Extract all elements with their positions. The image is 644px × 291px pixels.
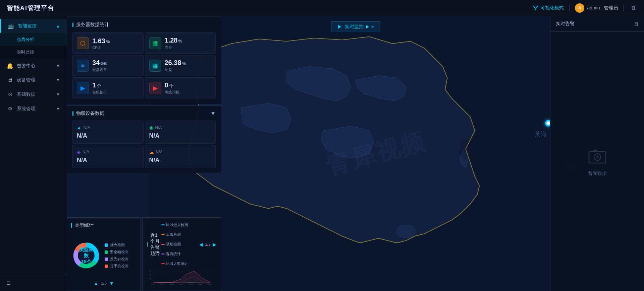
svg-rect-37 (593, 150, 597, 151)
svg-text:2023-11-26: 2023-11-26 (189, 284, 193, 285)
trend-nav-prev[interactable]: ◀ (199, 242, 203, 247)
stat-card-disk: ▦ 26.38% 硬盘 (145, 55, 216, 76)
memory-value: 1.28% (165, 36, 182, 44)
vis-mode[interactable]: 可视化模式 (533, 5, 564, 11)
topbar-divider2 (624, 5, 624, 11)
sidebar-item-smart-monitor[interactable]: 📺 智能监控 ▲ (0, 19, 67, 33)
legend-item-3: 打手机检测 (105, 264, 128, 269)
svg-text:2023-12-0: 2023-12-0 (208, 284, 211, 285)
type-stats-title: 类型统计 (71, 222, 137, 228)
iot-card-4: ☁ N/A N/A (145, 145, 216, 168)
donut-chart: 类型应数 15个 (71, 240, 101, 271)
disk-value: 26.38% (165, 59, 186, 67)
iot-value-1: N/A (77, 132, 139, 139)
disk-cap-value: 34GB (92, 59, 107, 67)
sidebar-item-realtime[interactable]: 实时监控 (0, 46, 67, 59)
type-nav-prev[interactable]: ▲ (94, 281, 98, 286)
stat-card-offline: ▶ 0个 离线拍机 (145, 77, 216, 98)
trend-legend-0: 区域进入检测 (161, 222, 188, 227)
trend-dot-0 (161, 224, 165, 225)
sidebar: 📺 智能监控 ▲ 态势分析 实时监控 🔔 告警中心 ▼ 🖥 设备管理 ▼ ⊙ (0, 16, 67, 291)
chevron-down-icon4: ▼ (56, 106, 60, 111)
filter-icon (533, 5, 538, 11)
user-avatar: A (575, 3, 584, 13)
disk-label: 硬盘 (165, 67, 186, 72)
right-panel-header: 实时告警 🗑 (550, 16, 644, 32)
iot-title: 物联设备数据 (72, 111, 104, 117)
type-nav-next[interactable]: ▼ (109, 281, 114, 286)
map-area: 青犀视频 黄海 东海 实时监控 服务器数据统计 (67, 16, 644, 291)
chevron-down-icon2: ▼ (56, 78, 60, 82)
right-panel-close[interactable]: 🗑 (634, 21, 639, 26)
trend-legend-1: 工服检测 (161, 232, 181, 237)
realtime-alert-panel: 实时告警 🗑 暂无数据 (550, 16, 644, 291)
play-icon (337, 24, 342, 29)
disk-cap-label: 硬盘容量 (92, 67, 107, 72)
legend-dot-1 (105, 250, 108, 254)
trend-legend-2: 吸烟检测 (161, 242, 181, 247)
map-realtime-label: 实时监控 (331, 21, 380, 32)
svg-text:2023-12-01: 2023-12-01 (198, 284, 202, 285)
stat-card-memory: ▦ 1.28% 内存 (145, 32, 216, 54)
legend-item-1: 安全帽检测 (105, 249, 128, 254)
trend-title: 近1个月告警趋势 (147, 232, 161, 257)
no-data-text: 暂无数据 (588, 170, 607, 176)
iot-value-2: N/A (149, 132, 212, 139)
stats-grid: ⬡ 1.63% CPU ▦ (72, 32, 216, 98)
iot-grid: ▲ N/A N/A ◉ N/A N/A (72, 121, 216, 168)
iot-icon-4: ☁ (149, 149, 154, 155)
legend-dot-2 (105, 258, 108, 261)
trend-dot-4 (161, 263, 165, 264)
window-btn[interactable]: ⧉ (629, 4, 637, 12)
trend-chart-area: 50 30 10 2023-11-06 2023-11-11 2023-11-1… (147, 270, 216, 286)
content-area: 青犀视频 黄海 东海 实时监控 服务器数据统计 (67, 16, 644, 291)
trend-legend: 区域进入检测 工服检测 吸烟检测 (161, 222, 194, 266)
trend-dot-2 (161, 244, 165, 245)
legend-item-0: 烟火检测 (105, 242, 128, 247)
iot-icon-2: ◉ (149, 125, 153, 130)
svg-text:2023-11-11: 2023-11-11 (161, 284, 165, 285)
sidebar-item-basedata[interactable]: ⊙ 基础数据 ▼ (0, 87, 67, 101)
legend-item-2: 反光衣检测 (105, 257, 128, 262)
trend-dot-1 (161, 234, 165, 235)
svg-text:2023-11-21: 2023-11-21 (179, 284, 184, 285)
offline-label: 离线拍机 (165, 90, 179, 95)
trend-legend-4: 区域人数统计 (161, 261, 188, 266)
main-layout: 📺 智能监控 ▲ 态势分析 实时监控 🔔 告警中心 ▼ 🖥 设备管理 ▼ ⊙ (0, 16, 644, 291)
iot-value-4: N/A (149, 157, 212, 164)
offline-value: 0个 (165, 81, 179, 89)
svg-text:30: 30 (150, 274, 151, 276)
trend-chart-svg: 50 30 10 2023-11-06 2023-11-11 2023-11-1… (147, 270, 216, 286)
trend-header: 近1个月告警趋势 区域进入检测 工服检测 (147, 222, 216, 266)
iot-expand-icon[interactable]: ▼ (210, 111, 216, 117)
cpu-icon: ⬡ (77, 37, 89, 49)
trend-nav: ◀ 1/3 ▶ (199, 242, 216, 247)
iot-panel: 物联设备数据 ▼ ▲ N/A N/A (67, 105, 221, 173)
type-nav: ▲ 1/5 ▼ (71, 281, 137, 286)
svg-text:50: 50 (150, 270, 151, 272)
data-icon: ⊙ (7, 91, 13, 97)
cpu-value: 1.63% (92, 37, 110, 45)
cpu-label: CPU (92, 46, 110, 50)
camera-icon (587, 146, 607, 166)
stat-card-cpu: ⬡ 1.63% CPU (72, 32, 144, 54)
arrow-right (366, 25, 369, 28)
sidebar-item-alert[interactable]: 🔔 告警中心 ▼ (0, 59, 67, 73)
trend-nav-next[interactable]: ▶ (213, 242, 216, 247)
topbar: 智能AI管理平台 可视化模式 A admin - 管理员 ⧉ (0, 0, 644, 16)
user-info: A admin - 管理员 (575, 3, 618, 13)
sidebar-item-situation[interactable]: 态势分析 (0, 33, 67, 46)
legend-dot-3 (105, 265, 108, 268)
sidebar-item-sysmgmt[interactable]: ⚙ 系统管理 ▼ (0, 101, 67, 116)
bell-icon: 🔔 (7, 63, 13, 69)
right-panel-title: 实时告警 (556, 21, 575, 27)
disk-icon: ▦ (149, 60, 161, 72)
type-chart-area: 类型应数 15个 烟火检测 (71, 233, 137, 278)
server-stats-title: 服务器数据统计 (72, 22, 216, 28)
iot-icon-3: ◈ (77, 149, 80, 155)
sidebar-item-device[interactable]: 🖥 设备管理 ▼ (0, 73, 67, 87)
iot-icon-1: ▲ (77, 125, 82, 130)
svg-text:2023-11-06: 2023-11-06 (151, 284, 156, 285)
sidebar-bottom-btn[interactable]: ☰ (0, 275, 67, 291)
memory-label: 内存 (165, 45, 182, 50)
